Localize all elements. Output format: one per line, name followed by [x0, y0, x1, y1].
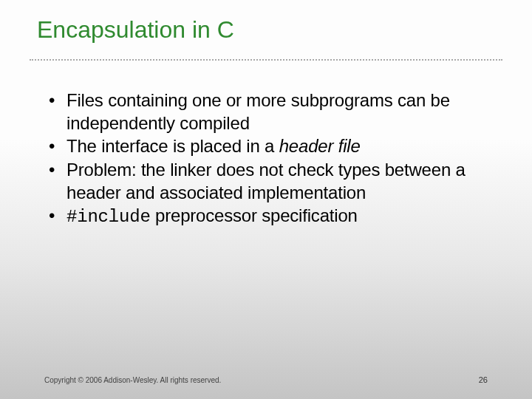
- bullet-text-italic: header file: [279, 136, 361, 156]
- bullet-text: The interface is placed in a: [66, 136, 279, 156]
- bullet-text-code: #include: [66, 207, 151, 227]
- bullet-text: Problem: the linker does not check types…: [66, 160, 466, 202]
- bullet-list: Files containing one or more subprograms…: [44, 89, 488, 228]
- slide: Encapsulation in C Files containing one …: [0, 0, 532, 399]
- title-divider: [30, 59, 502, 61]
- bullet-item: The interface is placed in a header file: [44, 134, 488, 157]
- bullet-text: preprocessor specification: [151, 205, 358, 225]
- copyright-text: Copyright © 2006 Addison-Wesley. All rig…: [44, 376, 221, 384]
- page-number: 26: [479, 375, 488, 384]
- bullet-item: Problem: the linker does not check types…: [44, 158, 488, 204]
- bullet-item: #include preprocessor specification: [44, 204, 488, 228]
- slide-body: Files containing one or more subprograms…: [44, 89, 488, 228]
- bullet-text: Files containing one or more subprograms…: [66, 90, 450, 133]
- bullet-item: Files containing one or more subprograms…: [44, 89, 488, 134]
- slide-footer: Copyright © 2006 Addison-Wesley. All rig…: [44, 375, 488, 384]
- slide-title: Encapsulation in C: [37, 16, 234, 44]
